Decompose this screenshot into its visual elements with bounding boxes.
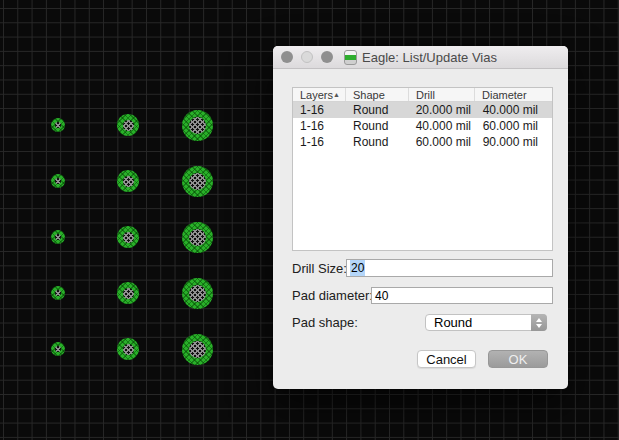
via-pad[interactable] xyxy=(182,334,213,365)
table-row[interactable]: 1-16Round40.000 mil60.000 mil xyxy=(293,118,552,134)
close-button[interactable] xyxy=(281,51,293,63)
via-drill-hole xyxy=(123,344,134,355)
via-drill-hole xyxy=(189,173,206,190)
table-cell-shape: Round xyxy=(346,119,409,133)
pad-diameter-row: Pad diameter: xyxy=(292,287,373,304)
table-cell-shape: Round xyxy=(346,135,409,149)
ok-button[interactable]: OK xyxy=(488,350,548,368)
via-drill-hole xyxy=(123,176,134,187)
chevron-up-icon xyxy=(536,318,542,322)
via-list-table: Layers ▲ Shape Drill Diameter 1-16Round2… xyxy=(292,87,553,251)
via-drill-hole xyxy=(123,120,134,131)
minimize-button[interactable] xyxy=(301,51,313,63)
table-cell-diameter: 40.000 mil xyxy=(475,103,552,117)
pad-shape-select[interactable]: Round xyxy=(425,314,547,331)
column-header-layers[interactable]: Layers ▲ xyxy=(293,88,346,101)
via-pad[interactable] xyxy=(117,282,139,304)
via-drill-hole xyxy=(123,288,134,299)
via-drill-hole xyxy=(55,178,61,184)
via-drill-hole xyxy=(55,290,61,296)
via-pad[interactable] xyxy=(51,174,65,188)
drill-size-row: Drill Size: xyxy=(292,259,347,277)
table-row[interactable]: 1-16Round20.000 mil40.000 mil xyxy=(293,102,552,118)
via-drill-hole xyxy=(189,341,206,358)
via-drill-hole xyxy=(55,122,61,128)
table-cell-layers: 1-16 xyxy=(293,103,346,117)
via-pad[interactable] xyxy=(51,230,65,244)
pad-diameter-value: 40 xyxy=(375,289,388,303)
via-pad[interactable] xyxy=(182,110,213,141)
popup-stepper-icon xyxy=(531,314,547,331)
via-pad[interactable] xyxy=(51,118,65,132)
table-cell-drill: 40.000 mil xyxy=(409,119,475,133)
drill-size-value: 20 xyxy=(350,260,365,276)
column-header-shape[interactable]: Shape xyxy=(346,88,409,101)
via-drill-hole xyxy=(55,234,61,240)
pad-shape-row: Pad shape: xyxy=(292,314,358,331)
via-drill-hole xyxy=(55,346,61,352)
via-pad[interactable] xyxy=(182,222,213,253)
via-drill-hole xyxy=(189,229,206,246)
cancel-button[interactable]: Cancel xyxy=(417,350,476,368)
table-cell-drill: 60.000 mil xyxy=(409,135,475,149)
pad-diameter-label: Pad diameter: xyxy=(292,288,373,303)
drill-size-input[interactable]: 20 xyxy=(346,259,553,277)
table-cell-diameter: 90.000 mil xyxy=(475,135,552,149)
via-pad[interactable] xyxy=(117,338,139,360)
column-header-drill[interactable]: Drill xyxy=(409,88,475,101)
via-drill-hole xyxy=(189,117,206,134)
dialog-titlebar[interactable]: Eagle: List/Update Vias xyxy=(273,46,568,69)
via-pad[interactable] xyxy=(117,114,139,136)
drill-size-label: Drill Size: xyxy=(292,261,347,276)
via-pad[interactable] xyxy=(117,170,139,192)
table-cell-layers: 1-16 xyxy=(293,119,346,133)
via-drill-hole xyxy=(123,232,134,243)
via-pad[interactable] xyxy=(182,166,213,197)
vias-dialog: Eagle: List/Update Vias Layers ▲ Shape D… xyxy=(273,46,568,389)
pad-shape-value: Round xyxy=(426,315,531,330)
zoom-button[interactable] xyxy=(321,51,333,63)
column-header-diameter[interactable]: Diameter xyxy=(475,88,552,101)
traffic-lights xyxy=(281,46,333,68)
eagle-document-icon xyxy=(344,50,357,65)
pad-diameter-input[interactable]: 40 xyxy=(371,287,553,304)
chevron-down-icon xyxy=(536,324,542,328)
table-cell-drill: 20.000 mil xyxy=(409,103,475,117)
sort-ascending-icon: ▲ xyxy=(333,91,340,98)
via-pad[interactable] xyxy=(117,226,139,248)
table-cell-shape: Round xyxy=(346,103,409,117)
window-title: Eagle: List/Update Vias xyxy=(362,50,497,65)
table-cell-layers: 1-16 xyxy=(293,135,346,149)
table-row[interactable]: 1-16Round60.000 mil90.000 mil xyxy=(293,134,552,150)
via-pad[interactable] xyxy=(51,342,65,356)
via-table-body: 1-16Round20.000 mil40.000 mil1-16Round40… xyxy=(293,102,552,150)
via-pad[interactable] xyxy=(182,278,213,309)
table-cell-diameter: 60.000 mil xyxy=(475,119,552,133)
pad-shape-label: Pad shape: xyxy=(292,315,358,330)
via-drill-hole xyxy=(189,285,206,302)
table-header: Layers ▲ Shape Drill Diameter xyxy=(293,88,552,102)
via-pad[interactable] xyxy=(51,286,65,300)
